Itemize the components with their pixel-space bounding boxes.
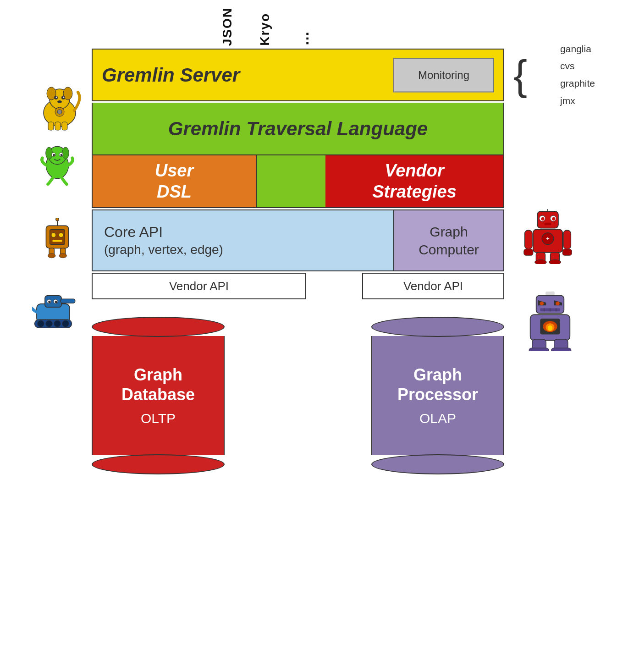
svg-point-43 <box>48 301 50 303</box>
svg-rect-26 <box>52 240 62 242</box>
gremlin-server-block: Gremlin Server Monitoring { ganglia cvs … <box>92 49 504 101</box>
svg-point-28 <box>56 218 59 221</box>
graph-database-sublabel: OLTP <box>141 411 176 426</box>
svg-point-13 <box>57 110 62 114</box>
blue-tank-mascot <box>32 292 83 333</box>
svg-point-32 <box>59 253 66 258</box>
vendor-api-left: Vendor API <box>92 273 306 299</box>
vendor-strategies-block: Vendor Strategies <box>325 155 504 208</box>
monitoring-box: Monitoring <box>393 58 494 92</box>
graph-processor-sublabel: OLAP <box>419 411 456 426</box>
svg-point-51 <box>552 217 555 220</box>
svg-point-70 <box>556 302 560 306</box>
gremlin-traversal-block: Gremlin Traversal Language <box>92 103 504 155</box>
gremlin-traversal-label: Gremlin Traversal Language <box>168 118 428 140</box>
graph-database-label: GraphDatabase <box>121 365 195 404</box>
user-dsl-block: User DSL <box>92 155 257 208</box>
svg-point-50 <box>541 217 544 220</box>
svg-rect-52 <box>545 223 551 226</box>
core-api-label-line2: (graph, vertex, edge) <box>104 242 223 258</box>
user-dsl-label: User <box>155 160 194 182</box>
vendor-strategies-label2: Strategies <box>372 182 457 203</box>
orange-box-mascot <box>37 218 78 259</box>
graph-database-cylinder: GraphDatabase OLTP <box>92 317 225 474</box>
vendor-api-left-label: Vendor API <box>169 279 229 293</box>
svg-rect-56 <box>525 230 533 249</box>
svg-text:+: + <box>546 235 550 242</box>
graph-computer-label-line2: Computer <box>419 241 479 259</box>
svg-rect-35 <box>61 299 75 303</box>
svg-point-21 <box>61 154 63 156</box>
graph-processor-label: GraphProcessor <box>397 365 478 404</box>
core-api-block: Core API (graph, vertex, edge) <box>92 209 394 271</box>
ganglia-item-1: cvs <box>560 58 595 75</box>
monitoring-label: Monitoring <box>418 69 469 82</box>
core-api-label-line1: Core API <box>104 223 163 242</box>
svg-point-38 <box>46 320 52 327</box>
kryo-label: Kryo <box>258 13 272 46</box>
graph-computer-label-line1: Graph <box>430 223 468 241</box>
svg-rect-9 <box>48 122 54 130</box>
ganglia-items: ganglia cvs graphite jmx <box>560 40 595 110</box>
vendor-strategies-label: Vendor <box>385 160 444 182</box>
svg-point-24 <box>51 233 56 237</box>
svg-rect-11 <box>62 122 67 130</box>
svg-rect-10 <box>55 122 61 130</box>
svg-rect-59 <box>562 249 572 256</box>
purple-robot-mascot <box>523 292 578 351</box>
svg-point-69 <box>540 302 544 306</box>
dog-mascot <box>37 85 83 131</box>
svg-point-7 <box>63 97 65 98</box>
svg-point-37 <box>38 320 44 327</box>
ellipsis-label: … <box>295 30 312 46</box>
svg-rect-82 <box>529 348 549 351</box>
svg-point-31 <box>48 253 55 258</box>
svg-point-20 <box>53 154 55 156</box>
svg-point-40 <box>62 320 69 327</box>
ganglia-item-3: jmx <box>560 92 595 110</box>
ganglia-item-2: graphite <box>560 75 595 93</box>
svg-point-8 <box>57 100 62 103</box>
json-label: JSON <box>220 7 235 46</box>
svg-point-39 <box>54 320 61 327</box>
gremlin-server-label: Gremlin Server <box>102 64 240 86</box>
vendor-api-right: Vendor API <box>362 273 504 299</box>
user-dsl-label2: DSL <box>157 182 192 203</box>
svg-rect-57 <box>563 230 571 249</box>
vendor-api-right-label: Vendor API <box>403 279 463 293</box>
graph-processor-cylinder: GraphProcessor OLAP <box>371 317 504 474</box>
svg-point-44 <box>55 301 57 303</box>
svg-rect-58 <box>524 249 533 256</box>
graph-computer-block: Graph Computer <box>394 209 504 271</box>
svg-rect-83 <box>551 348 571 351</box>
svg-point-62 <box>535 259 547 264</box>
green-mascot <box>37 145 78 186</box>
svg-point-6 <box>56 97 57 98</box>
traversal-gap <box>257 155 325 208</box>
svg-point-17 <box>62 147 69 159</box>
svg-point-63 <box>549 259 561 264</box>
brace-symbol: { <box>513 55 527 96</box>
red-robot-mascot: + <box>523 209 573 264</box>
svg-point-16 <box>46 147 53 159</box>
svg-point-25 <box>59 233 63 237</box>
svg-point-79 <box>548 325 552 331</box>
ganglia-item-0: ganglia <box>560 40 595 58</box>
